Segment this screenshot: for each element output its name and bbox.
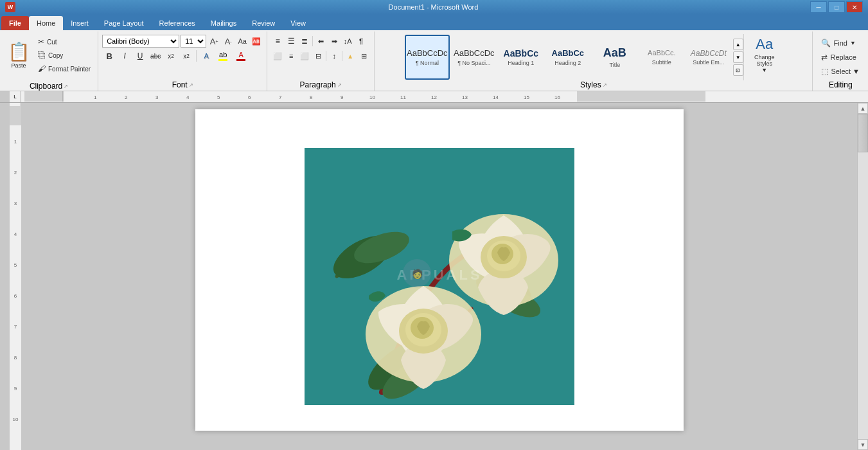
change-case-button[interactable]: Aa xyxy=(236,35,249,48)
svg-rect-20 xyxy=(10,106,21,450)
decrease-indent-button[interactable]: ⬅ xyxy=(314,35,327,48)
cut-button[interactable]: ✂ Cut xyxy=(35,35,94,48)
highlight-color-bar xyxy=(218,59,227,61)
highlight-color-button[interactable]: ab xyxy=(215,50,231,62)
editing-label-row: Editing xyxy=(817,80,864,91)
font-size-select[interactable]: 11 xyxy=(181,35,206,48)
ruler-corner-btn[interactable]: L xyxy=(10,91,21,103)
tab-mailings[interactable]: Mailings xyxy=(203,16,244,30)
page: APPUALS 🧑 xyxy=(195,109,684,431)
style-item-title[interactable]: AaB Title xyxy=(592,35,637,80)
paste-icon: 📋 xyxy=(8,41,30,62)
font-expand-icon[interactable]: ↗ xyxy=(189,82,193,88)
underline-button[interactable]: U xyxy=(133,49,147,63)
right-scrollbar: ▲ ▼ xyxy=(857,103,868,450)
scroll-down-button[interactable]: ▼ xyxy=(858,439,868,450)
tab-insert[interactable]: Insert xyxy=(63,16,96,30)
tab-file[interactable]: File xyxy=(1,16,29,30)
align-right-button[interactable]: ⬜ xyxy=(298,50,311,62)
font-color-button[interactable]: A xyxy=(233,50,249,62)
style-preview-subtitle: AaBbCc. xyxy=(648,49,675,57)
borders-button[interactable]: ⊞ xyxy=(357,50,370,62)
change-styles-icon: Aa xyxy=(756,36,773,53)
bullets-button[interactable]: ≡ xyxy=(271,35,284,48)
svg-text:8: 8 xyxy=(310,94,313,100)
justify-button[interactable]: ⊟ xyxy=(312,50,324,62)
change-styles-label2: Styles xyxy=(757,60,773,67)
clear-format-button[interactable]: 🆎 xyxy=(250,35,263,48)
paste-button[interactable]: 📋 Paste xyxy=(4,34,33,75)
svg-text:4: 4 xyxy=(186,94,190,100)
superscript-button[interactable]: x2 xyxy=(179,49,193,63)
scroll-up-button[interactable]: ▲ xyxy=(858,103,868,114)
close-button[interactable]: ✕ xyxy=(846,1,863,13)
replace-button[interactable]: ⇄ Replace xyxy=(817,51,860,64)
style-item-heading1[interactable]: AaBbCc Heading 1 xyxy=(499,35,544,80)
styles-scroll-down-button[interactable]: ▼ xyxy=(733,51,743,63)
format-painter-button[interactable]: 🖌 Format Painter xyxy=(35,62,94,75)
style-item-subtitle[interactable]: AaBbCc. Subtitle xyxy=(639,35,684,80)
style-label-heading2: Heading 2 xyxy=(554,60,581,66)
tab-page-layout[interactable]: Page Layout xyxy=(96,16,152,30)
font-name-select[interactable]: Calibri (Body) xyxy=(102,35,179,48)
vertical-ruler-svg: 1 2 3 4 5 6 7 8 9 10 xyxy=(10,106,21,450)
svg-rect-0 xyxy=(24,91,865,102)
clipboard-expand-icon[interactable]: ↗ xyxy=(64,84,68,89)
increase-indent-button[interactable]: ➡ xyxy=(328,35,341,48)
sort-button[interactable]: ↕A xyxy=(341,35,354,48)
scroll-thumb[interactable] xyxy=(858,114,868,152)
svg-rect-1 xyxy=(24,91,63,102)
strikethrough-button[interactable]: abc xyxy=(148,49,163,63)
subscript-button[interactable]: x2 xyxy=(164,49,178,63)
find-button[interactable]: 🔍 Find ▼ xyxy=(817,37,860,50)
styles-label-row: Styles ↗ xyxy=(377,80,810,91)
styles-scroll-up-button[interactable]: ▲ xyxy=(733,39,743,50)
style-item-no-spacing[interactable]: AaBbCcDc ¶ No Spaci... xyxy=(452,35,497,80)
tab-home[interactable]: Home xyxy=(29,16,63,30)
font-row1: Calibri (Body) 11 A+ A- Aa 🆎 xyxy=(102,35,263,48)
select-button[interactable]: ⬚ Select ▼ xyxy=(817,65,864,78)
font-label: Font xyxy=(172,80,188,89)
show-formatting-button[interactable]: ¶ xyxy=(355,35,368,48)
multilevel-button[interactable]: ≣ xyxy=(298,35,311,48)
styles-label: Styles xyxy=(580,80,601,89)
style-preview-normal: AaBbCcDc xyxy=(407,48,448,59)
para-row2: ⬜ ≡ ⬜ ⊟ ↕ ▲ ⊞ xyxy=(271,50,370,62)
paragraph-expand-icon[interactable]: ↗ xyxy=(337,82,342,88)
line-spacing-button[interactable]: ↕ xyxy=(328,50,341,62)
svg-text:6: 6 xyxy=(13,293,17,299)
change-styles-button[interactable]: Aa Change Styles ▼ xyxy=(747,34,783,75)
svg-rect-21 xyxy=(10,106,21,125)
align-left-button[interactable]: ⬜ xyxy=(271,50,284,62)
grow-font-button[interactable]: A+ xyxy=(208,35,220,48)
style-label-heading1: Heading 1 xyxy=(508,60,534,66)
document-area[interactable]: APPUALS 🧑 xyxy=(21,103,857,450)
shading-button[interactable]: ▲ xyxy=(344,50,357,62)
style-item-heading2[interactable]: AaBbCc Heading 2 xyxy=(545,35,590,80)
italic-button[interactable]: I xyxy=(118,49,132,63)
svg-text:9: 9 xyxy=(13,386,17,392)
align-center-button[interactable]: ≡ xyxy=(285,50,297,62)
tab-review[interactable]: Review xyxy=(244,16,283,30)
style-item-normal[interactable]: AaBbCcDc ¶ Normal xyxy=(405,35,450,80)
roses-image[interactable]: APPUALS 🧑 xyxy=(305,148,574,405)
minimize-button[interactable]: ─ xyxy=(810,1,827,13)
svg-text:4: 4 xyxy=(13,231,17,237)
maximize-button[interactable]: □ xyxy=(828,1,845,13)
styles-expand-icon[interactable]: ↗ xyxy=(603,82,607,88)
numbering-button[interactable]: ☰ xyxy=(285,35,297,48)
select-icon: ⬚ xyxy=(821,67,828,76)
styles-more-button[interactable]: ⊡ xyxy=(733,64,743,76)
bold-button[interactable]: B xyxy=(102,49,116,63)
para-sep1 xyxy=(312,36,313,46)
para-sep3 xyxy=(342,51,342,61)
font-label-row: Font ↗ xyxy=(102,80,263,91)
shrink-font-button[interactable]: A- xyxy=(222,35,235,48)
tab-references[interactable]: References xyxy=(152,16,203,30)
tab-view[interactable]: View xyxy=(283,16,314,30)
copy-button[interactable]: ⿻ Copy xyxy=(35,49,94,62)
change-styles-dropdown: ▼ xyxy=(761,67,767,73)
svg-text:6: 6 xyxy=(248,94,251,100)
style-item-subtle-em[interactable]: AaBbCcDt Subtle Em... xyxy=(686,35,731,80)
text-effects-button[interactable]: A xyxy=(199,49,213,63)
